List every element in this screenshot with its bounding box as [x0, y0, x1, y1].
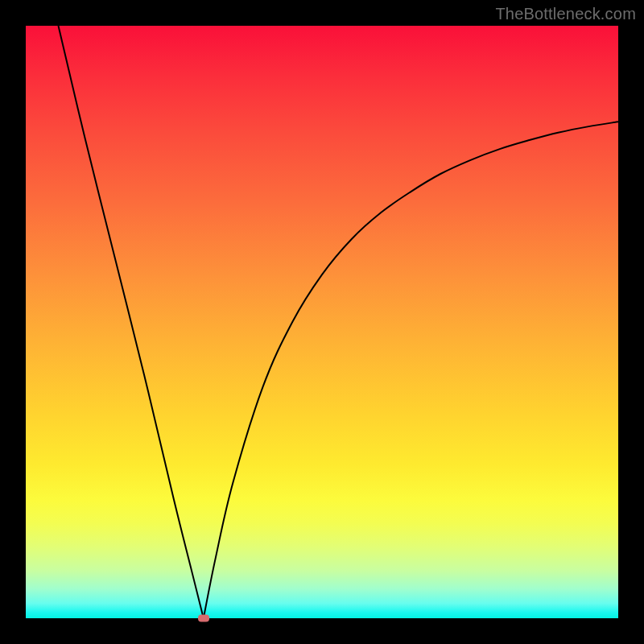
watermark-text: TheBottleneck.com	[495, 5, 636, 23]
plot-area	[26, 26, 618, 618]
curve-right	[204, 122, 618, 618]
chart-frame: TheBottleneck.com	[0, 0, 644, 644]
bottleneck-marker	[198, 615, 209, 622]
curve-layer	[26, 26, 618, 618]
curve-left	[58, 26, 203, 618]
